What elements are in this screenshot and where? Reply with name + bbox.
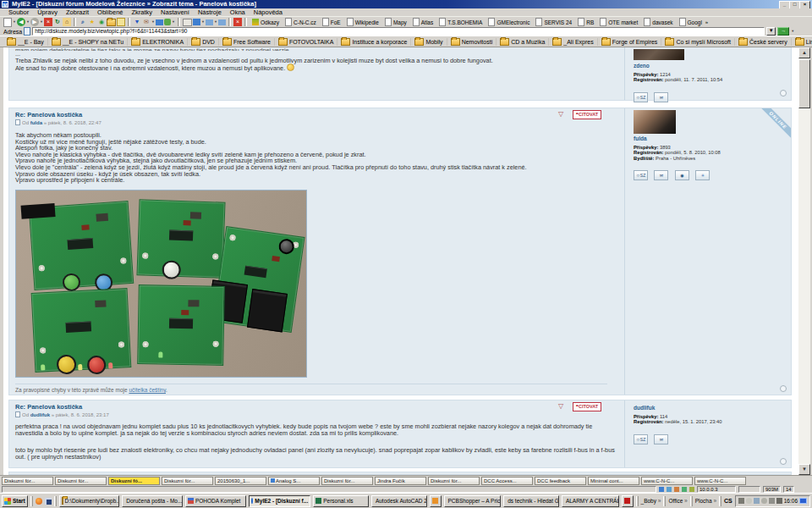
author-link[interactable]: dudlifuk [30, 412, 50, 417]
screen-icon[interactable] [156, 19, 163, 25]
mail-dropdown-icon[interactable]: ▼ [151, 18, 155, 26]
tab-dcc-access[interactable]: DCC Access... [481, 477, 533, 485]
notes-icon[interactable] [117, 18, 125, 26]
private-message-button[interactable]: ☺SZ [634, 434, 648, 444]
favbar-item[interactable]: __E - SHOPY na NETu [48, 38, 128, 46]
favbar-item[interactable]: Nemovitosti [447, 38, 497, 46]
links-overflow-chevron-icon[interactable]: » [705, 19, 708, 25]
vertical-scrollbar[interactable]: ▲ ▼ [798, 47, 810, 475]
quote-button[interactable]: ❝CITOVAT [573, 110, 601, 119]
save-disk-icon[interactable] [45, 498, 52, 505]
top-of-page-icon[interactable] [780, 90, 787, 97]
forward-icon[interactable]: ▶ [30, 18, 39, 26]
images-icon[interactable] [183, 19, 192, 26]
stop-icon[interactable]: × [44, 18, 52, 26]
favbar-item[interactable]: Forge of Empires [598, 38, 662, 46]
tab-diskuzni-2[interactable]: Diskuzní fór... [55, 477, 107, 485]
email-button[interactable]: ✉ [654, 170, 668, 180]
private-message-button[interactable]: ☺SZ [634, 170, 648, 180]
split-dropdown-icon[interactable]: ▼ [201, 18, 205, 26]
minipost-icon[interactable] [15, 119, 20, 125]
quicklink-davasek[interactable]: davasek [641, 18, 675, 26]
tray-icon-3[interactable] [754, 498, 760, 504]
favbar-item[interactable]: Mobily [411, 38, 447, 46]
tab-diskuzni-active[interactable]: Diskuzní fó... [108, 477, 160, 485]
status-images-icon[interactable] [674, 487, 679, 492]
favbar-item[interactable]: _Ali Expres [549, 38, 597, 46]
tray-icon-2[interactable] [746, 498, 752, 504]
plugins-dropdown-icon[interactable]: ▼ [172, 18, 175, 26]
quicklink-cnc[interactable]: C-N-C.cz [283, 18, 319, 26]
quicklink-servis24[interactable]: SERVIS 24 [533, 18, 574, 26]
status-script-icon[interactable] [682, 487, 687, 492]
new-page-icon[interactable] [3, 18, 12, 27]
menu-soubor[interactable]: Soubor [5, 8, 32, 16]
quicklink-rb[interactable]: RB [575, 18, 596, 26]
tray-icon-1[interactable] [738, 498, 744, 504]
tab-cnc-1[interactable]: www.C-N-C... [641, 477, 693, 485]
toolbar-plocha[interactable]: Plocha » [695, 498, 716, 504]
toolbar-boby[interactable]: _Boby » [641, 498, 661, 504]
media-dropdown-icon[interactable]: ▼ [214, 18, 217, 26]
quote-button[interactable]: ❝CITOVAT [573, 402, 601, 411]
menu-okna[interactable]: Okna [227, 8, 249, 16]
tab-cnc-2[interactable]: www.C-N-C... [694, 477, 746, 485]
post-title[interactable]: Re: Panelová kostička [15, 111, 82, 119]
task-pcbshopper[interactable]: PCBShopper – A Pric... [444, 495, 502, 507]
address-dropdown-icon[interactable]: ▼ [766, 27, 776, 36]
favbar-item[interactable]: Links [792, 38, 812, 46]
mail-icon[interactable]: ✉ [142, 18, 151, 26]
scroll-up-icon[interactable]: ▲ [798, 47, 810, 58]
network-icon[interactable] [799, 498, 807, 504]
menu-zobrazit[interactable]: Zobrazit [63, 8, 92, 16]
task-alarmy[interactable]: ALARMY A CENTRÁL... [562, 495, 619, 507]
menu-upravy[interactable]: Úpravy [34, 8, 61, 16]
report-post-icon[interactable]: ▽ [558, 111, 563, 118]
menu-nastroje[interactable]: Nástroje [195, 8, 225, 16]
forward-dropdown-icon[interactable]: ▼ [40, 18, 43, 26]
search-icon[interactable]: ⌕ [79, 18, 87, 26]
scroll-down-icon[interactable]: ▼ [798, 464, 810, 475]
top-of-page-icon[interactable] [780, 458, 787, 465]
back-icon[interactable]: ◀ [17, 18, 25, 26]
tab-jindra-fucik[interactable]: Jindra Fučík [375, 477, 426, 485]
status-proxy-icon[interactable] [659, 487, 664, 492]
username-link[interactable]: dudlifuk [634, 405, 792, 411]
private-message-button[interactable]: ☺SZ [634, 92, 648, 102]
icq-button[interactable]: ✳ [695, 170, 710, 180]
top-of-page-icon[interactable] [780, 385, 787, 392]
menu-nastaveni[interactable]: Nastavení [157, 8, 193, 16]
tray-icon-4[interactable] [761, 498, 767, 504]
tab-diskuzni-4[interactable]: Diskuzní fór... [321, 477, 373, 485]
tray-icon-5[interactable] [769, 498, 775, 504]
website-button[interactable]: ◉ [675, 170, 689, 180]
status-sound-icon[interactable] [689, 487, 694, 492]
status-filter-icon[interactable] [667, 487, 672, 492]
favbar-item[interactable]: Co si myslí Microsoft [661, 38, 735, 46]
media-icon[interactable] [206, 19, 213, 25]
favbar-item[interactable]: CD a Muzika [497, 38, 549, 46]
toolbar-office[interactable]: Office » [668, 498, 687, 504]
close-tab-icon[interactable]: × [233, 18, 242, 26]
address-input[interactable]: http://diskuze.modely.biz/viewtopic.php?… [32, 27, 765, 36]
task-autocad[interactable]: Autodesk AutoCAD 2... [371, 495, 427, 507]
signature-link[interactable]: učitelka češtiny [129, 387, 166, 393]
quicklink-foe[interactable]: FoE [320, 18, 343, 26]
quicklink-atlas[interactable]: Atlas [410, 18, 436, 26]
folders-icon[interactable] [107, 19, 116, 26]
quicklink-otemarket[interactable]: OTE market [597, 18, 640, 26]
history-globe-icon[interactable]: ◉ [97, 18, 106, 26]
go-options-icon[interactable]: ▼ [791, 27, 794, 36]
favorites-star-icon[interactable]: ★ [88, 18, 96, 26]
task-ds-technik[interactable]: ds technik - Hledat G... [503, 495, 559, 507]
favbar-item[interactable]: ELEKTRONIKA [128, 38, 188, 46]
back-dropdown-icon[interactable]: ▼ [26, 18, 30, 26]
home-icon[interactable]: ⌂ [63, 18, 71, 26]
favbar-item[interactable]: FOTOVOLTAIKA [275, 38, 338, 46]
start-button[interactable]: Start [2, 495, 28, 507]
tab-diskuzni-3[interactable]: Diskuzní fór... [162, 477, 213, 485]
task-folder-dropbox[interactable]: D:\Dokumenty\Dropb... [59, 495, 120, 507]
download-icon[interactable]: ▼ [133, 18, 141, 26]
task-personal-xls[interactable]: Personal.xls [313, 495, 369, 507]
task-icon-only[interactable] [430, 495, 442, 507]
